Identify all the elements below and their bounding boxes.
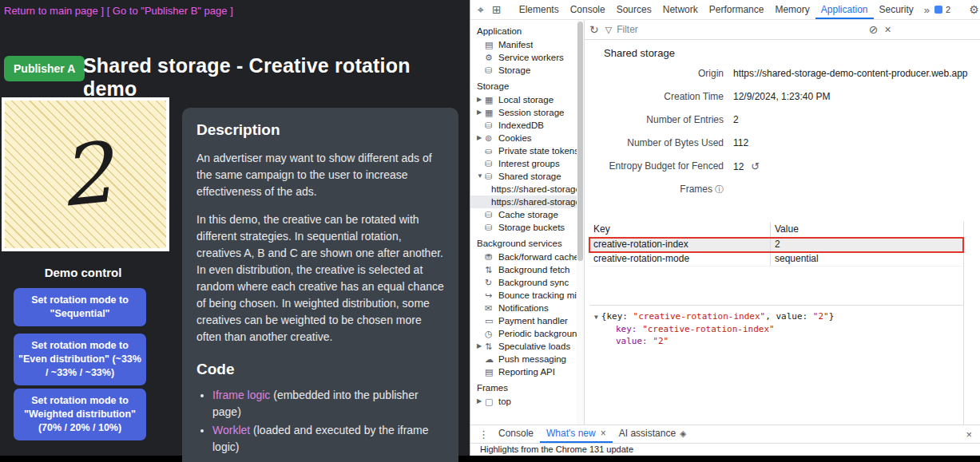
expander-icon[interactable]: ▶ (477, 132, 485, 144)
field-value: 12↺ (733, 155, 760, 201)
tab-sources[interactable]: Sources (611, 0, 657, 19)
column-header-key[interactable]: Key (589, 222, 770, 237)
drawer-tab-whats-new[interactable]: What's new × (540, 425, 613, 443)
expand-toggle-icon[interactable]: ▼ (594, 314, 598, 321)
background-fetch-icon: ⇅ (485, 263, 498, 276)
sidebar-item-session-storage[interactable]: ▶ ▦ Session storage (470, 106, 577, 119)
preview-property: key: "creative-rotation-index" (616, 323, 963, 335)
inspect-icon[interactable]: ⌖ (474, 3, 488, 17)
sidebar-item-label: Speculative loads (498, 340, 570, 353)
refresh-icon[interactable]: ↻ (589, 23, 599, 36)
column-header-value[interactable]: Value (770, 222, 963, 237)
sidebar-item-label: https://shared-storage… (491, 183, 577, 195)
rotation-sequential-button[interactable]: Set rotation mode to "Sequential" (14, 288, 146, 326)
sidebar-item-push-messaging[interactable]: ☁ Push messaging (470, 353, 577, 365)
sidebar-item-storage[interactable]: ⛁ Storage (470, 64, 577, 77)
sidebar-item-manifest[interactable]: ▤ Manifest (470, 38, 577, 51)
filter-funnel-icon: ▽ (605, 25, 612, 35)
sidebar-item-cache-storage[interactable]: ⛁ Cache storage (470, 208, 577, 221)
drawer-close-icon[interactable]: × (962, 428, 975, 440)
creative-ad-frame[interactable]: 2 (2, 97, 169, 251)
expander-icon[interactable]: ▶ (477, 93, 485, 106)
sidebar-item-local-storage[interactable]: ▶ ▦ Local storage (470, 93, 577, 106)
sidebar-item-label: Storage buckets (498, 221, 565, 234)
rotation-weighted-distribution-button[interactable]: Set rotation mode to "Weighted distribut… (14, 389, 146, 440)
sidebar-item-reporting-api[interactable]: ▤ Reporting API (470, 365, 577, 378)
sidebar-item-shared-storage-origin-2[interactable]: https://shared-storage… (470, 195, 577, 208)
drawer-menu-icon[interactable]: ⋮ (475, 428, 492, 440)
sidebar-section-storage: Storage (470, 77, 577, 93)
top-nav: Return to main page ] [ Go to "Publisher… (4, 5, 233, 17)
sidebar-item-label: Storage (498, 64, 530, 77)
issues-indicator[interactable]: 2 (934, 5, 950, 14)
sidebar-item-label: Private state tokens (498, 144, 577, 157)
rotation-even-distribution-button[interactable]: Set rotation mode to "Even distribution"… (14, 334, 146, 385)
publisher-b-link[interactable]: Go to "Publisher B" page (113, 5, 228, 17)
tab-security[interactable]: Security (874, 0, 919, 19)
tab-network[interactable]: Network (657, 0, 704, 19)
sidebar-item-background-sync[interactable]: ↻ Background sync (470, 276, 577, 289)
sidebar-item-back-forward-cache[interactable]: ⛃ Back/forward cache (470, 251, 577, 263)
more-tabs-icon[interactable]: » (919, 4, 934, 16)
field-value: 12/9/2024, 1:23:40 PM (733, 85, 830, 109)
description-paragraph-2: In this demo, the creative can be rotate… (196, 211, 444, 346)
table-row[interactable]: creative-rotation-mode sequential (589, 252, 963, 267)
table-empty-space (589, 267, 963, 305)
sidebar-item-speculative-loads[interactable]: ▶ ⇅ Speculative loads (470, 340, 577, 353)
sidebar-item-label: Reporting API (498, 365, 555, 378)
sidebar-item-top-frame[interactable]: ▶ ▢ top (470, 395, 577, 408)
sidebar-item-payment-handler[interactable]: ▭ Payment handler (470, 314, 577, 327)
sidebar-item-notifications[interactable]: ✉ Notifications (470, 302, 577, 314)
sidebar-item-indexeddb[interactable]: ⛁ IndexedDB (470, 119, 577, 132)
delete-all-icon[interactable]: ⊘ (869, 23, 879, 36)
sidebar-item-private-state-tokens[interactable]: ⛀ Private state tokens (470, 144, 577, 157)
filter-input[interactable]: ▽ Filter (605, 24, 863, 35)
tab-memory[interactable]: Memory (769, 0, 815, 19)
tab-application[interactable]: Application (815, 0, 874, 19)
sidebar-item-shared-storage[interactable]: ▼ ⛁ Shared storage (470, 170, 577, 183)
sidebar-items: ▶ ▢ top (470, 395, 577, 408)
table-grid-icon: ▦ (485, 106, 498, 119)
panel-tabs: Elements Console Sources Network Perform… (514, 0, 919, 19)
sidebar-scrollbar[interactable] (577, 20, 584, 424)
preview-string: "creative-rotation-index" (633, 311, 766, 322)
expander-icon[interactable]: ▶ (477, 340, 485, 353)
tab-performance[interactable]: Performance (704, 0, 770, 19)
tab-console[interactable]: Console (565, 0, 611, 19)
expander-icon[interactable]: ▶ (477, 106, 485, 119)
report-field: Origin https://shared-storage-demo-conte… (585, 62, 980, 85)
sidebar-item-cookies[interactable]: ▶ ⊚ Cookies (470, 132, 577, 144)
scrollbar-thumb[interactable] (577, 22, 583, 261)
whats-new-headline: Highlights from the Chrome 131 update (480, 444, 633, 454)
sidebar-item-service-workers[interactable]: ⚙ Service workers (470, 51, 577, 64)
drawer-tab-console[interactable]: Console (492, 425, 540, 443)
drawer-tab-ai-assistance[interactable]: AI assistance ◈ (613, 425, 693, 443)
back-forward-cache-icon: ⛃ (485, 251, 498, 263)
info-icon[interactable]: ⓘ (715, 184, 724, 194)
table-row-highlighted[interactable]: creative-rotation-index 2 (589, 238, 963, 252)
sidebar-item-label: Cookies (498, 132, 532, 144)
iframe-logic-link[interactable]: Iframe logic (212, 389, 270, 401)
settings-gear-icon[interactable]: ⚙ (965, 3, 980, 16)
worklet-link[interactable]: Worklet (212, 424, 250, 436)
sidebar-item-bounce-tracking-mitigations[interactable]: ↪ Bounce tracking miti… (470, 289, 577, 302)
table-cell-key: creative-rotation-mode (589, 252, 770, 266)
sidebar-item-periodic-background-sync[interactable]: ◷ Periodic backgroun… (470, 327, 577, 340)
close-tab-icon[interactable]: × (601, 428, 606, 439)
expander-icon[interactable]: ▶ (477, 395, 485, 408)
tab-elements[interactable]: Elements (514, 0, 565, 19)
expander-icon[interactable]: ▼ (477, 170, 485, 183)
reset-entropy-icon[interactable]: ↺ (751, 160, 760, 172)
devtools: ⌖ ⊞ Elements Console Sources Network Per… (470, 0, 980, 456)
sidebar-item-shared-storage-origin-1[interactable]: https://shared-storage… (470, 183, 577, 195)
sidebar-item-storage-buckets[interactable]: ⛁ Storage buckets (470, 221, 577, 234)
sidebar-item-label: Cache storage (498, 208, 558, 221)
background-sync-icon: ↻ (485, 276, 498, 289)
sidebar-item-background-fetch[interactable]: ⇅ Background fetch (470, 263, 577, 276)
device-toolbar-icon[interactable]: ⊞ (488, 3, 506, 16)
clear-icon[interactable]: × (884, 23, 891, 36)
report-field-entropy: Entropy Budget for Fenced Framesⓘ 12↺ (585, 155, 980, 201)
payment-card-icon: ▭ (485, 314, 498, 327)
return-to-main-link[interactable]: Return to main page (4, 5, 98, 17)
sidebar-item-interest-groups[interactable]: ⛁ Interest groups (470, 157, 577, 170)
